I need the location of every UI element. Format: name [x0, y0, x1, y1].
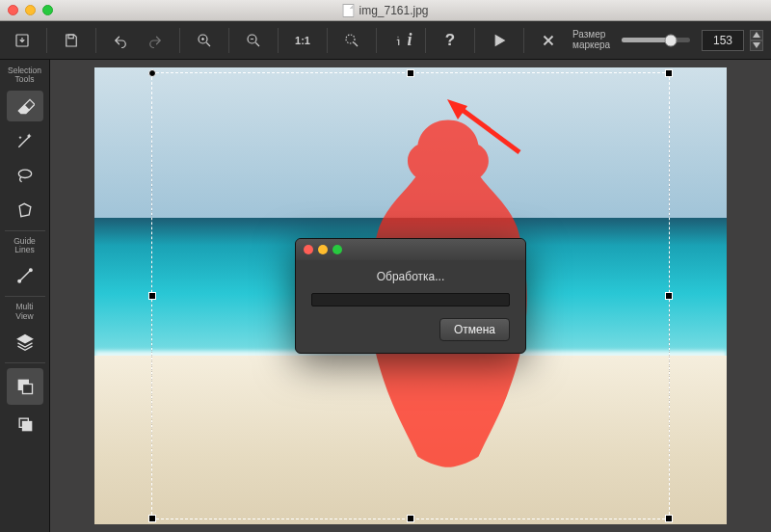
handle-bot-mid[interactable]	[407, 515, 414, 522]
handle-top-right[interactable]	[665, 69, 673, 77]
cancel-button[interactable]	[534, 26, 563, 55]
handle-bot-right[interactable]	[665, 515, 673, 522]
main-toolbar: 1:1 i ? Размер маркера 153	[0, 21, 771, 60]
zoom-window-button[interactable]	[42, 5, 53, 15]
divider	[327, 28, 328, 53]
play-button[interactable]	[485, 26, 514, 55]
handle-mid-left[interactable]	[148, 292, 156, 300]
document-icon	[342, 4, 354, 17]
handle-bot-left[interactable]	[148, 515, 156, 522]
dialog-titlebar	[296, 239, 525, 260]
sidebar-section-multiview: Multi View	[15, 300, 33, 325]
zoom-actual-button[interactable]: 1:1	[288, 26, 317, 55]
svg-rect-12	[22, 422, 31, 431]
svg-rect-10	[22, 385, 32, 394]
window-title: img_7161.jpg	[342, 4, 428, 17]
divider	[523, 28, 524, 53]
dialog-cancel-button[interactable]: Отмена	[439, 318, 510, 341]
info-button[interactable]: i	[386, 26, 415, 55]
duplicate-button[interactable]	[7, 409, 43, 439]
svg-rect-1	[68, 35, 73, 39]
svg-point-4	[346, 35, 355, 43]
divider	[278, 28, 279, 53]
divider	[425, 28, 426, 53]
zoom-fit-button[interactable]	[337, 26, 366, 55]
image-canvas[interactable]: Обработка... Отмена	[94, 67, 727, 524]
stepper-up[interactable]	[750, 30, 763, 40]
window-titlebar: img_7161.jpg	[0, 0, 771, 21]
processing-dialog: Обработка... Отмена	[295, 238, 526, 354]
close-window-button[interactable]	[8, 5, 18, 15]
minimize-window-button[interactable]	[25, 5, 36, 15]
sidebar-section-guides: Guide Lines	[13, 234, 36, 259]
export-button[interactable]	[8, 26, 37, 55]
divider	[179, 28, 180, 53]
redo-button[interactable]	[141, 26, 170, 55]
lasso-tool[interactable]	[7, 160, 43, 191]
progress-bar	[311, 293, 510, 306]
left-sidebar: Selection Tools Guide Lines Multi View	[0, 60, 50, 532]
divider	[95, 28, 96, 53]
eraser-tool[interactable]	[7, 91, 43, 121]
sidebar-section-selection: Selection Tools	[8, 64, 41, 89]
foreground-background-swap[interactable]	[7, 368, 43, 405]
dialog-zoom-button[interactable]	[332, 245, 342, 254]
divider	[228, 28, 229, 53]
magic-wand-tool[interactable]	[7, 125, 43, 156]
canvas-area: Обработка... Отмена	[50, 60, 771, 532]
marker-size-input[interactable]: 153	[702, 30, 744, 51]
zoom-in-button[interactable]	[190, 26, 219, 55]
marker-size-stepper[interactable]	[750, 30, 763, 51]
handle-top-left[interactable]	[148, 69, 156, 77]
svg-point-5	[391, 33, 406, 47]
save-button[interactable]	[57, 26, 86, 55]
dialog-close-button[interactable]	[304, 245, 313, 254]
marker-size-label: Размер маркера	[572, 30, 610, 50]
help-button[interactable]: ?	[436, 26, 465, 55]
window-traffic-lights	[8, 5, 53, 15]
filename-label: img_7161.jpg	[359, 4, 428, 17]
dialog-message: Обработка...	[311, 270, 510, 283]
undo-button[interactable]	[106, 26, 135, 55]
marker-size-slider[interactable]	[622, 38, 690, 42]
dialog-minimize-button[interactable]	[318, 245, 328, 254]
handle-mid-right[interactable]	[665, 292, 673, 300]
handle-top-mid[interactable]	[407, 69, 414, 77]
divider	[376, 28, 377, 53]
line-tool[interactable]	[7, 260, 43, 291]
polygonal-lasso-tool[interactable]	[7, 195, 43, 226]
divider	[46, 28, 47, 53]
divider	[474, 28, 475, 53]
zoom-out-button[interactable]	[239, 26, 268, 55]
stepper-down[interactable]	[750, 40, 763, 51]
layers-button[interactable]	[7, 327, 43, 358]
